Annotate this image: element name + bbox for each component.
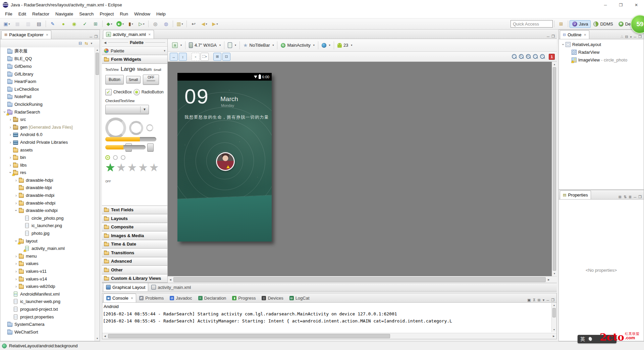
menu-search[interactable]: Search — [76, 10, 97, 17]
tree-item-values-v14[interactable]: ›values-v14 — [0, 275, 95, 283]
expand-arrow-icon[interactable]: › — [8, 132, 13, 137]
phone-screen[interactable]: 09 March Monday 我想要怒放的生命，拥有挣脱一切的力量 — [177, 81, 272, 242]
palette-radio-small-2[interactable] — [121, 155, 125, 160]
tree-item-ic-launcher-web-png[interactable]: ic_launcher-web.png — [0, 298, 95, 306]
back-button[interactable]: ◀▾ — [199, 19, 209, 28]
last-edit-location-button[interactable]: ↩ — [189, 19, 199, 28]
menu-help[interactable]: Help — [153, 10, 169, 17]
console-content[interactable]: Android [2016-02-14 08:55:44 - RadarSear… — [103, 303, 551, 332]
scroll-up-icon[interactable]: ▲ — [95, 47, 100, 52]
expand-arrow-icon[interactable]: › — [14, 261, 18, 266]
tree-item-lvcheckbox[interactable]: LvCheckBox — [0, 85, 95, 93]
palette-category-images-media[interactable]: Images & Media — [102, 231, 167, 240]
expand-arrow-icon[interactable]: › — [14, 277, 18, 281]
outline-item-relativelayout[interactable]: ›RelativeLayout — [559, 41, 644, 48]
palette-menu-icon[interactable]: ▾ — [164, 49, 165, 52]
locale-dropdown[interactable]: ▾ — [319, 42, 333, 49]
menu-refactor[interactable]: Refactor — [29, 10, 52, 17]
palette-category-other[interactable]: Other — [102, 265, 167, 274]
palette-progressbar-large[interactable] — [105, 118, 126, 138]
tree-item-values[interactable]: ›values — [0, 260, 95, 268]
tree-item-circle-photo-png[interactable]: circle_photo.png — [0, 214, 95, 222]
scroll-down-icon[interactable]: ▼ — [95, 336, 100, 341]
layout-variant-dropdown[interactable]: a ▾ — [170, 41, 184, 49]
tree-item-values-w820dp[interactable]: ›values-w820dp — [0, 282, 95, 290]
console-tab-devices[interactable]: ▯Devices — [259, 294, 286, 302]
open-console-icon[interactable]: ⊞ — [538, 298, 541, 302]
tree-item-proguard-project-txt[interactable]: proguard-project.txt — [0, 305, 95, 313]
tree-item-onclickruning[interactable]: OnclickRuning — [0, 100, 95, 108]
menu-file[interactable]: File — [2, 10, 15, 17]
outline-collapse-all-icon[interactable]: ⊟ — [625, 35, 628, 39]
minimize-window-button[interactable]: ─ — [598, 0, 613, 10]
forward-button[interactable]: ▶▾ — [210, 19, 220, 28]
expand-arrow-icon[interactable]: › — [8, 125, 13, 129]
close-editor-tab-icon[interactable]: ✕ — [148, 33, 151, 36]
new-wizard-button[interactable]: ▣▾ — [2, 19, 12, 28]
palette-category-layouts[interactable]: Layouts — [102, 214, 167, 223]
scroll-right-icon[interactable]: ▶ — [551, 333, 556, 339]
lint-button[interactable]: ✓ — [80, 19, 90, 28]
tree-item-photo-jpg[interactable]: photo.jpg — [0, 229, 95, 237]
zoom-out-icon[interactable]: − — [512, 54, 517, 59]
package-explorer-tab[interactable]: ⊞ Package Explorer ✕ — [1, 30, 51, 39]
properties-advanced-icon[interactable]: ≣ — [629, 195, 632, 199]
expand-arrow-icon[interactable]: › — [14, 284, 18, 289]
debug-button[interactable]: ◆▾ — [104, 19, 114, 28]
show-bounds-button[interactable]: ⊡ — [222, 53, 230, 61]
avd-manager-button[interactable]: ◉ — [69, 19, 79, 28]
tree-item-libs[interactable]: ›libs — [0, 161, 95, 169]
open-perspective-button[interactable]: ⊞ — [556, 19, 566, 28]
outline-view-menu-icon[interactable]: ▾ — [630, 35, 632, 39]
maximize-window-button[interactable]: ❐ — [613, 0, 629, 10]
minimize-editor-icon[interactable]: ─ — [547, 35, 549, 39]
tree-item-assets[interactable]: assets — [0, 146, 95, 154]
tree-item-android-6-0[interactable]: ›Android 6.0 — [0, 131, 95, 139]
tree-item-drawable-xxhdpi[interactable]: ›drawable-xxhdpi — [0, 207, 95, 214]
scroll-left-icon[interactable]: ◀ — [168, 276, 173, 283]
maximize-panel-icon[interactable]: ❐ — [94, 35, 98, 39]
collapse-arrow-icon[interactable]: › — [14, 208, 18, 213]
perspective-ddms-button[interactable]: DDMS — [591, 20, 615, 28]
expand-arrow-icon[interactable]: › — [8, 163, 13, 167]
snap-to-grid-button[interactable]: ⊞ — [213, 53, 221, 61]
menu-edit[interactable]: Edit — [15, 10, 29, 17]
error-count-badge[interactable]: 1 — [549, 54, 555, 60]
maximize-outline-icon[interactable]: ❐ — [638, 35, 642, 39]
tree-item-gifdemo[interactable]: GifDemo — [0, 62, 95, 70]
package-explorer-scrollbar[interactable]: ▲ ▼ — [95, 47, 100, 341]
zoom-100-icon[interactable]: 1 — [519, 54, 524, 59]
expand-arrow-icon[interactable]: › — [14, 193, 18, 198]
tree-item-android-private-libraries[interactable]: ›Android Private Libraries — [0, 138, 95, 146]
view-menu-icon[interactable]: ▾ — [91, 42, 92, 45]
palette-title-bar[interactable]: Palette ▾ — [102, 47, 167, 55]
palette-switch-off-label[interactable]: OFF — [105, 180, 111, 183]
menu-project[interactable]: Project — [97, 10, 117, 17]
expand-arrow-icon[interactable]: › — [14, 254, 18, 258]
tree-item-project-properties[interactable]: project.properties — [0, 313, 95, 321]
tree-item-layout[interactable]: ›layout — [0, 237, 95, 245]
tree-item-menu[interactable]: ›menu — [0, 252, 95, 260]
collapse-palette-icon[interactable]: ◀ — [104, 41, 106, 44]
palette-category-advanced[interactable]: Advanced — [102, 257, 167, 266]
palette-small-button[interactable]: Small — [126, 76, 141, 83]
tree-item-radarsearch[interactable]: ›RadarSearch — [0, 108, 95, 116]
tree-item-ble-qq[interactable]: BLE_QQ — [0, 55, 95, 63]
palette-category-composite[interactable]: Composite — [102, 223, 167, 232]
properties-sort-icon[interactable]: ⇅ — [624, 195, 627, 199]
minimize-panel-icon[interactable]: ─ — [90, 35, 92, 39]
palette-checkbox-icon[interactable]: ✓ — [105, 89, 112, 95]
external-tools-button[interactable]: ▷▾ — [137, 19, 147, 28]
expand-arrow-icon[interactable]: › — [14, 201, 18, 205]
new-android-xml-button[interactable]: ⊞ — [91, 19, 101, 28]
palette-checkedtextview-label[interactable]: CheckedTextView — [105, 99, 135, 103]
scroll-up-icon[interactable]: ▲ — [552, 303, 556, 308]
expand-arrow-icon[interactable]: › — [8, 140, 13, 144]
collapse-all-icon[interactable]: ⊟ — [78, 41, 82, 46]
maximize-console-icon[interactable]: ❐ — [551, 298, 554, 302]
tree-item-androidmanifest-xml[interactable]: AndroidManifest.xml — [0, 290, 95, 298]
close-outline-icon[interactable]: ✕ — [584, 33, 586, 37]
tree-item-drawable-ldpi[interactable]: drawable-ldpi — [0, 184, 95, 192]
quick-access-input[interactable] — [511, 20, 553, 28]
scroll-left-icon[interactable]: ◀ — [102, 333, 108, 339]
